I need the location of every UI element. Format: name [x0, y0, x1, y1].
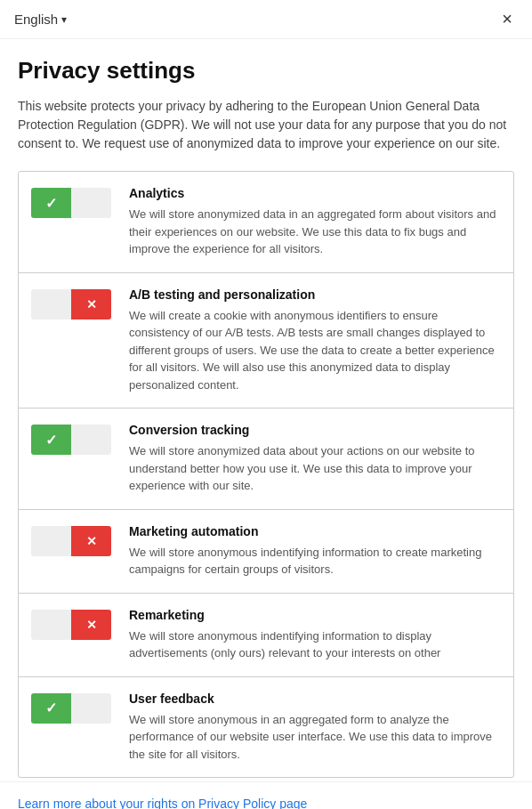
setting-info-conversion-tracking: Conversion tracking We will store anonym… — [129, 423, 501, 495]
toggle-off-part — [71, 188, 111, 218]
toggle-on-part — [31, 610, 71, 640]
setting-info-user-feedback: User feedback We will store anonymous in… — [129, 692, 501, 764]
setting-row-marketing-automation: ✕ Marketing automation We will store ano… — [19, 510, 513, 594]
toggle-area-remarketing: ✕ — [31, 608, 129, 640]
check-icon: ✓ — [45, 700, 57, 716]
language-selector[interactable]: English ▾ — [14, 12, 67, 27]
x-icon: ✕ — [86, 618, 97, 632]
setting-info-analytics: Analytics We will store anonymized data … — [129, 186, 501, 258]
setting-title-marketing-automation: Marketing automation — [129, 524, 501, 538]
setting-title-user-feedback: User feedback — [129, 692, 501, 706]
intro-text: This website protects your privacy by ad… — [18, 97, 514, 153]
setting-desc-user-feedback: We will store anonymous in an aggregated… — [129, 711, 501, 764]
toggle-on-part — [31, 289, 71, 320]
setting-desc-marketing-automation: We will store anonymous indentifying inf… — [129, 544, 501, 578]
language-label: English — [14, 12, 58, 27]
setting-row-analytics: ✓ Analytics We will store anonymized dat… — [19, 172, 513, 273]
toggle-area-user-feedback: ✓ — [31, 692, 129, 724]
setting-row-ab-testing: ✕ A/B testing and personalization We wil… — [19, 273, 513, 409]
toggle-off-part: ✕ — [71, 610, 111, 640]
toggle-ab-testing[interactable]: ✕ — [31, 289, 111, 320]
setting-title-remarketing: Remarketing — [129, 608, 501, 622]
toggle-on-part: ✓ — [31, 693, 71, 724]
chevron-down-icon: ▾ — [61, 13, 67, 26]
setting-title-conversion-tracking: Conversion tracking — [129, 423, 501, 437]
main-content: Privacy settings This website protects y… — [0, 39, 532, 778]
setting-desc-conversion-tracking: We will store anonymized data about your… — [129, 442, 501, 495]
page-title: Privacy settings — [18, 57, 514, 85]
toggle-area-analytics: ✓ — [31, 186, 129, 218]
toggle-analytics[interactable]: ✓ — [31, 188, 111, 218]
setting-row-user-feedback: ✓ User feedback We will store anonymous … — [19, 677, 513, 778]
toggle-off-part — [71, 425, 111, 455]
setting-title-analytics: Analytics — [129, 186, 501, 200]
setting-desc-analytics: We will store anonymized data in an aggr… — [129, 206, 501, 258]
setting-title-ab-testing: A/B testing and personalization — [129, 287, 501, 302]
setting-info-marketing-automation: Marketing automation We will store anony… — [129, 524, 501, 578]
x-icon: ✕ — [86, 297, 97, 311]
check-icon: ✓ — [45, 432, 57, 449]
privacy-policy-link[interactable]: Learn more about your rights on Privacy … — [0, 782, 532, 809]
bottom-area: Learn more about your rights on Privacy … — [0, 781, 532, 809]
close-button[interactable]: × — [496, 7, 518, 31]
toggle-conversion-tracking[interactable]: ✓ — [31, 425, 111, 455]
toggle-off-part — [71, 693, 111, 724]
setting-desc-ab-testing: We will create a cookie with anonymous i… — [129, 307, 501, 394]
toggle-off-part: ✕ — [71, 289, 111, 320]
setting-info-remarketing: Remarketing We will store anonymous inde… — [129, 608, 501, 662]
check-icon: ✓ — [45, 195, 57, 212]
setting-row-remarketing: ✕ Remarketing We will store anonymous in… — [19, 594, 513, 677]
setting-row-conversion-tracking: ✓ Conversion tracking We will store anon… — [19, 409, 513, 510]
toggle-area-ab-testing: ✕ — [31, 287, 129, 320]
setting-info-ab-testing: A/B testing and personalization We will … — [129, 287, 501, 394]
toggle-marketing-automation[interactable]: ✕ — [31, 526, 111, 556]
setting-desc-remarketing: We will store anonymous indentifying inf… — [129, 627, 501, 662]
toggle-remarketing[interactable]: ✕ — [31, 610, 111, 640]
toggle-area-marketing-automation: ✕ — [31, 524, 129, 556]
x-icon: ✕ — [86, 534, 97, 548]
top-bar: English ▾ × — [0, 0, 532, 39]
toggle-user-feedback[interactable]: ✓ — [31, 693, 111, 724]
toggle-off-part: ✕ — [71, 526, 111, 556]
toggle-on-part: ✓ — [31, 188, 71, 218]
toggle-on-part: ✓ — [31, 425, 71, 455]
toggle-on-part — [31, 526, 71, 556]
settings-table: ✓ Analytics We will store anonymized dat… — [18, 171, 514, 778]
toggle-area-conversion-tracking: ✓ — [31, 423, 129, 455]
